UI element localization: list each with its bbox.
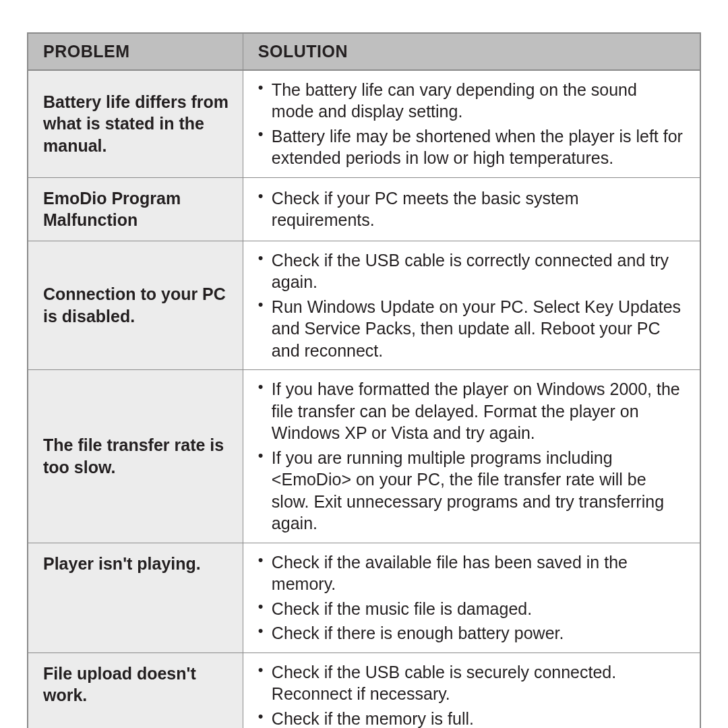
solution-list: If you have formatted the player on Wind… — [249, 377, 684, 536]
solution-cell: If you have formatted the player on Wind… — [243, 370, 700, 543]
solution-item: Check if there is enough battery power. — [249, 621, 684, 646]
solution-cell: Check if the USB cable is securely conne… — [243, 653, 700, 728]
troubleshooting-table: PROBLEM SOLUTION Battery life differs fr… — [27, 32, 701, 728]
solution-item: If you have formatted the player on Wind… — [249, 377, 684, 446]
solution-item: Check if the available file has been sav… — [249, 550, 684, 597]
header-problem: PROBLEM — [28, 33, 243, 70]
solution-item: Check if the USB cable is correctly conn… — [249, 248, 684, 295]
solution-item: Check if the music file is damaged. — [249, 597, 684, 621]
solution-list: Check if the USB cable is correctly conn… — [249, 248, 684, 363]
problem-cell: Battery life differs from what is stated… — [28, 70, 243, 178]
solution-cell: Check if the available file has been sav… — [243, 543, 700, 653]
solution-item: If you are running multiple programs inc… — [249, 446, 684, 536]
solution-list: The battery life can vary depending on t… — [249, 78, 684, 171]
solution-list: Check if the USB cable is securely conne… — [249, 660, 684, 729]
solution-list: Check if your PC meets the basic system … — [249, 186, 684, 233]
solution-item: Check if the USB cable is securely conne… — [249, 660, 684, 706]
solution-cell: Check if your PC meets the basic system … — [243, 177, 700, 241]
problem-cell: EmoDio Program Malfunction — [28, 177, 243, 241]
header-solution: SOLUTION — [243, 33, 700, 70]
table-row: The file transfer rate is too slow.If yo… — [28, 370, 700, 543]
table-row: Player isn't playing.Check if the availa… — [28, 543, 700, 653]
solution-item: Check if the memory is full. — [249, 706, 684, 729]
solution-item: Check if your PC meets the basic system … — [249, 186, 684, 233]
problem-cell: Connection to your PC is disabled. — [28, 241, 243, 370]
table-row: File upload doesn't work.Check if the US… — [28, 653, 700, 728]
solution-cell: Check if the USB cable is correctly conn… — [243, 241, 700, 370]
solution-item: The battery life can vary depending on t… — [249, 78, 684, 124]
solution-cell: The battery life can vary depending on t… — [243, 70, 700, 178]
table-row: EmoDio Program MalfunctionCheck if your … — [28, 177, 700, 241]
table-row: Connection to your PC is disabled.Check … — [28, 241, 700, 370]
problem-cell: The file transfer rate is too slow. — [28, 370, 243, 543]
solution-list: Check if the available file has been sav… — [249, 550, 684, 646]
problem-cell: File upload doesn't work. — [28, 653, 243, 728]
solution-item: Battery life may be shortened when the p… — [249, 124, 684, 171]
solution-item: Run Windows Update on your PC. Select Ke… — [249, 295, 684, 363]
table-row: Battery life differs from what is stated… — [28, 70, 700, 178]
problem-cell: Player isn't playing. — [28, 543, 243, 653]
